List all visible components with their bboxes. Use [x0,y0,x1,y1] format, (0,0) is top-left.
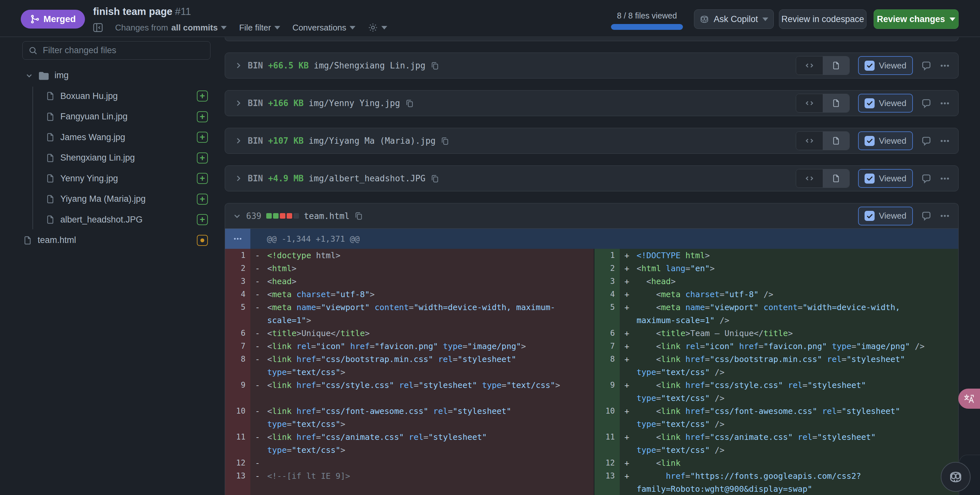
comment-icon[interactable] [921,211,931,221]
conversations-dropdown[interactable]: Conversations [293,23,355,33]
viewed-toggle[interactable]: Viewed [858,94,913,113]
source-view-button[interactable] [796,169,823,188]
collapse-sidebar-icon[interactable] [93,23,103,32]
chevron-down-icon [350,26,355,30]
chevron-right-icon[interactable] [234,174,243,183]
source-view-button[interactable] [796,132,823,150]
file-tree-sidebar: img Boxuan Hu.jpg + Fangyuan Lin.jpg + J… [0,37,225,495]
code-line: <!doctype html> [265,249,594,262]
diff-file-name[interactable]: team.html [304,211,350,221]
code-line: type="text/css"> [265,417,594,430]
tree-file-team-html[interactable]: team.html [0,230,225,251]
diff-sign: + [620,404,634,417]
chevron-down-icon [221,26,227,30]
chevron-down-icon [950,18,955,21]
file-path[interactable]: img/Yenny Ying.jpg [309,98,400,108]
line-number: 6 [225,327,250,340]
line-number [225,482,250,495]
rich-view-button[interactable] [823,94,849,112]
file-size-delta: +4.9 MB [268,173,304,183]
code-line: <link href="css/style.css" rel="styleshe… [265,379,594,392]
diff-sign [250,366,265,379]
source-view-button[interactable] [796,56,823,75]
kebab-menu-icon[interactable] [940,60,950,71]
comment-icon[interactable] [921,98,931,108]
line-number: 10 [594,404,620,417]
tree-folder-img[interactable]: img [0,65,225,86]
diff-sign: + [620,249,634,262]
pr-number: #11 [175,6,191,17]
copy-icon[interactable] [431,61,439,70]
chevron-down-icon[interactable] [233,212,241,220]
file-path[interactable]: img/Yiyang Ma (Maria).jpg [309,136,436,146]
comment-icon[interactable] [921,136,931,146]
file-path[interactable]: img/albert_headshot.JPG [309,173,425,183]
diff-sign: - [250,457,265,470]
rich-view-button[interactable] [823,169,849,188]
viewed-toggle[interactable]: Viewed [858,207,913,226]
chevron-right-icon[interactable] [234,61,243,70]
chevron-down-icon [762,18,768,21]
tree-file-item[interactable]: Shengxiang Lin.jpg + [0,148,225,168]
view-mode-toggle [796,94,850,113]
code-line: <link href="css/bootstrap.min.css" rel="… [265,353,594,366]
diff-sign: - [250,301,265,314]
diff-settings-dropdown[interactable] [368,22,387,33]
code-line: <meta name="viewport" content="width=dev… [634,301,958,314]
review-in-codespace-button[interactable]: Review in codespace [779,10,867,29]
copilot-chat-button[interactable] [941,462,970,492]
comment-icon[interactable] [921,60,931,71]
copy-icon[interactable] [431,174,439,183]
tree-file-item[interactable]: James Wang.jpg + [0,127,225,148]
kebab-menu-icon[interactable] [940,173,950,184]
comment-icon[interactable] [921,173,931,184]
kebab-menu-icon[interactable] [940,136,950,146]
diff-sign: - [250,379,265,392]
chevron-right-icon[interactable] [234,137,243,145]
code-line: type="text/css"> [265,366,594,379]
source-view-button[interactable] [796,94,823,112]
copy-icon[interactable] [406,99,414,108]
line-number: 9 [225,379,250,392]
review-changes-button[interactable]: Review changes [873,10,959,29]
line-number: 7 [225,340,250,353]
file-path[interactable]: img/Shengxiang Lin.jpg [314,60,425,70]
tree-file-item[interactable]: Boxuan Hu.jpg + [0,86,225,107]
viewed-toggle[interactable]: Viewed [858,56,913,75]
code-line: type="text/css" /> [634,443,958,457]
translate-widget[interactable] [958,388,980,409]
diff-sign: - [250,353,265,366]
file-filter-dropdown[interactable]: File filter [239,23,280,33]
tree-file-item[interactable]: albert_headshot.JPG + [0,210,225,230]
changes-from-dropdown[interactable]: Changes from all commits [115,23,227,33]
kebab-menu-icon[interactable] [940,211,950,221]
diff-sign: + [620,327,634,340]
chevron-right-icon[interactable] [234,99,243,107]
tree-file-item[interactable]: Fangyuan Lin.jpg + [0,107,225,127]
ask-copilot-button[interactable]: Ask Copilot [694,10,774,29]
file-filter-searchbox[interactable] [22,41,210,60]
gear-icon [368,22,378,33]
filter-changed-files-input[interactable] [43,45,204,56]
copy-icon[interactable] [441,137,449,145]
diff-row: 10-<link href="css/font-awesome.css" rel… [225,404,958,417]
viewed-toggle[interactable]: Viewed [858,131,913,150]
tree-file-item[interactable]: Yiyang Ma (Maria).jpg + [0,189,225,210]
diff-sign: - [250,249,265,262]
hunk-expand-menu-icon[interactable] [225,229,250,249]
diff-sign: - [250,340,265,353]
tree-file-item[interactable]: Yenny Ying.jpg + [0,168,225,189]
line-number [594,482,620,495]
line-number [594,443,620,457]
rich-view-button[interactable] [823,56,849,75]
kebab-menu-icon[interactable] [940,98,950,108]
files-viewed-bar [611,24,683,30]
tree-file-label: Yiyang Ma (Maria).jpg [60,194,146,204]
viewed-toggle[interactable]: Viewed [858,169,913,188]
diff-sign [250,443,265,457]
bin-label: BIN [248,98,263,108]
line-number: 13 [225,470,250,482]
rich-view-button[interactable] [823,132,849,150]
copy-icon[interactable] [355,212,363,220]
line-number: 12 [594,457,620,470]
